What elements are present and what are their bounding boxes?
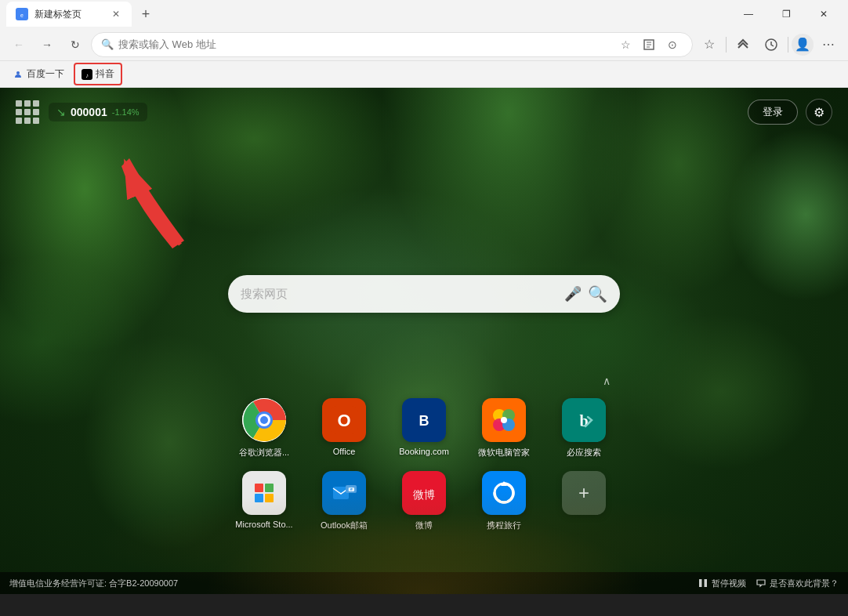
outlook-icon: 📧 <box>322 471 366 515</box>
svg-point-3 <box>16 71 20 74</box>
svg-text:e: e <box>20 13 24 18</box>
svg-text:♪: ♪ <box>85 71 89 78</box>
settings-button[interactable]: ⚙ <box>806 99 832 125</box>
tab-title: 新建标签页 <box>34 8 82 21</box>
svg-rect-23 <box>248 477 280 509</box>
search-box[interactable]: 搜索网页 🎤 🔍 <box>228 275 620 313</box>
svg-text:B: B <box>419 413 429 429</box>
bookmark-baidu-label: 百度一下 <box>27 67 64 81</box>
app-item-micropc[interactable]: 微软电脑管家 <box>470 398 538 458</box>
app-label-bing: 必应搜索 <box>567 447 601 458</box>
grid-dot <box>33 100 39 107</box>
svg-rect-37 <box>699 579 702 587</box>
browser-content: ↘ 000001 -1.14% 登录 ⚙ <box>0 88 848 594</box>
status-right: 暂停视频 是否喜欢此背景？ <box>698 578 839 589</box>
app-label-booking: Booking.com <box>399 447 449 456</box>
svg-rect-25 <box>265 484 274 492</box>
micropc-icon <box>482 398 526 442</box>
app-label-micropc: 微软电脑管家 <box>478 447 530 458</box>
app-item-office[interactable]: O Office <box>310 398 378 458</box>
microphone-icon[interactable]: 🎤 <box>564 285 582 303</box>
feedback-button[interactable]: 是否喜欢此背景？ <box>756 578 839 589</box>
address-input[interactable] <box>118 38 611 50</box>
collection-icon[interactable] <box>639 34 659 55</box>
forward-button[interactable]: → <box>34 32 60 57</box>
toolbar-right: ☆ 👤 ⋯ <box>696 31 842 58</box>
bookmark-tiktok[interactable]: ♪ 抖音 <box>74 63 122 85</box>
favorites-icon[interactable]: ☆ <box>615 34 636 55</box>
menu-button[interactable]: ⋯ <box>815 31 842 58</box>
svg-point-20 <box>501 417 507 423</box>
grid-dot <box>24 118 31 124</box>
stock-code: 000001 <box>71 106 107 118</box>
background-image: ↘ 000001 -1.14% 登录 ⚙ <box>0 88 848 594</box>
new-tab-button[interactable]: + <box>135 3 157 25</box>
stock-widget[interactable]: ↘ 000001 -1.14% <box>49 103 147 121</box>
tab-favicon: e <box>16 8 28 20</box>
divider2 <box>788 37 788 53</box>
search-submit-icon[interactable]: 🔍 <box>588 284 607 303</box>
address-input-wrap[interactable]: 🔍 ☆ ⊙ <box>91 32 693 57</box>
pause-video-button[interactable]: 暂停视频 <box>698 578 746 589</box>
refresh-button[interactable]: ↻ <box>63 32 88 57</box>
app-item-bing[interactable]: b 必应搜索 <box>550 398 618 458</box>
svg-rect-24 <box>255 484 263 492</box>
feedback-label: 是否喜欢此背景？ <box>770 578 839 589</box>
grid-dot <box>24 109 31 115</box>
app-item-msstore[interactable]: Microsoft Sto... <box>230 471 298 531</box>
app-label-chrome: 谷歌浏览器... <box>239 447 289 458</box>
maximize-button[interactable]: ❐ <box>768 0 804 28</box>
app-item-booking[interactable]: B Booking.com <box>390 398 458 458</box>
booking-icon: B <box>402 398 446 442</box>
close-button[interactable]: ✕ <box>806 0 842 28</box>
collapse-button[interactable]: ∧ <box>596 373 618 389</box>
grid-dot <box>16 100 22 107</box>
grid-dot <box>24 100 31 107</box>
bookmark-tiktok-label: 抖音 <box>96 67 114 81</box>
app-row-1: 谷歌浏览器... O Office <box>230 398 618 458</box>
bing-icon: b <box>562 398 606 442</box>
tab-controls: e 新建标签页 ✕ + <box>6 2 157 27</box>
apps-grid-icon[interactable] <box>16 100 39 124</box>
weibo-icon: 微博 <box>402 471 446 515</box>
profile-icon[interactable]: ⊙ <box>662 34 683 55</box>
grid-dot <box>16 118 22 124</box>
app-label-office: Office <box>333 447 356 456</box>
tab-close-button[interactable]: ✕ <box>110 8 122 20</box>
bookmark-baidu[interactable]: 百度一下 <box>6 64 71 84</box>
login-button[interactable]: 登录 <box>748 100 798 125</box>
search-icon: 🔍 <box>101 38 114 50</box>
app-label-outlook: Outlook邮箱 <box>321 520 368 531</box>
grid-dot <box>33 118 39 124</box>
app-item-add[interactable]: + <box>550 471 618 531</box>
favorites-toolbar-icon[interactable]: ☆ <box>696 31 723 58</box>
svg-text:b: b <box>579 412 588 429</box>
feedback-icon <box>756 578 766 589</box>
collections-icon[interactable] <box>730 31 756 58</box>
svg-rect-38 <box>705 579 708 587</box>
divider <box>726 37 727 53</box>
title-bar: e 新建标签页 ✕ + — ❐ ✕ <box>0 0 848 28</box>
icp-license: 增值电信业务经营许可证: 合字B2-20090007 <box>9 578 685 589</box>
pause-video-label: 暂停视频 <box>712 578 746 589</box>
stock-change: -1.14% <box>112 107 140 117</box>
browser-essentials-icon[interactable] <box>758 31 785 58</box>
svg-point-10 <box>260 416 268 424</box>
app-item-weibo[interactable]: 微博 微博 <box>390 471 458 531</box>
bookmarks-bar: 百度一下 ♪ 抖音 <box>0 61 848 88</box>
grid-dot <box>33 109 39 115</box>
svg-text:📧: 📧 <box>348 486 355 493</box>
active-tab[interactable]: e 新建标签页 ✕ <box>6 2 132 27</box>
address-icons: ☆ ⊙ <box>615 34 683 55</box>
back-button[interactable]: ← <box>6 32 31 57</box>
add-app-button[interactable]: + <box>562 471 606 515</box>
search-area: 搜索网页 🎤 🔍 <box>228 275 620 313</box>
app-item-chrome[interactable]: 谷歌浏览器... <box>230 398 298 458</box>
minimize-button[interactable]: — <box>730 0 766 28</box>
user-avatar[interactable]: 👤 <box>792 34 814 56</box>
app-label-msstore: Microsoft Sto... <box>235 520 292 529</box>
app-item-ctrip[interactable]: 携程旅行 <box>470 471 538 531</box>
pause-icon <box>698 578 708 589</box>
address-bar: ← → ↻ 🔍 ☆ ⊙ ☆ 👤 ⋯ <box>0 28 848 61</box>
app-item-outlook[interactable]: 📧 Outlook邮箱 <box>310 471 378 531</box>
